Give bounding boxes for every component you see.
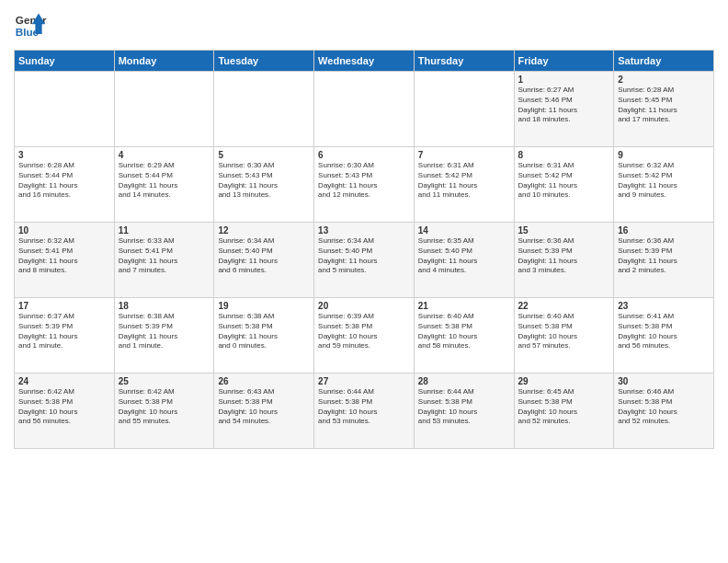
calendar-cell: 11Sunrise: 6:33 AM Sunset: 5:41 PM Dayli… — [114, 223, 214, 298]
logo-icon: General Blue — [14, 9, 47, 42]
calendar-cell: 29Sunrise: 6:45 AM Sunset: 5:38 PM Dayli… — [514, 373, 614, 449]
day-info: Sunrise: 6:31 AM Sunset: 5:42 PM Dayligh… — [518, 161, 610, 201]
calendar-cell: 30Sunrise: 6:46 AM Sunset: 5:38 PM Dayli… — [614, 373, 714, 449]
logo: General Blue — [14, 9, 47, 42]
col-friday: Friday — [514, 51, 614, 72]
day-number: 5 — [218, 150, 310, 160]
day-number: 1 — [518, 75, 610, 85]
calendar-cell: 4Sunrise: 6:29 AM Sunset: 5:44 PM Daylig… — [114, 147, 214, 223]
calendar-cell: 16Sunrise: 6:36 AM Sunset: 5:39 PM Dayli… — [614, 223, 714, 298]
day-info: Sunrise: 6:39 AM Sunset: 5:38 PM Dayligh… — [318, 312, 410, 351]
calendar-cell: 26Sunrise: 6:43 AM Sunset: 5:38 PM Dayli… — [214, 373, 314, 449]
day-number: 4 — [119, 150, 210, 160]
calendar-cell: 7Sunrise: 6:31 AM Sunset: 5:42 PM Daylig… — [414, 147, 514, 223]
day-info: Sunrise: 6:40 AM Sunset: 5:38 PM Dayligh… — [418, 312, 510, 351]
calendar-row: 10Sunrise: 6:32 AM Sunset: 5:41 PM Dayli… — [15, 223, 714, 298]
calendar-cell: 10Sunrise: 6:32 AM Sunset: 5:41 PM Dayli… — [15, 223, 115, 298]
day-info: Sunrise: 6:37 AM Sunset: 5:39 PM Dayligh… — [18, 312, 110, 351]
day-info: Sunrise: 6:27 AM Sunset: 5:46 PM Dayligh… — [518, 86, 610, 125]
header: General Blue — [14, 9, 714, 42]
day-number: 11 — [119, 225, 210, 236]
day-info: Sunrise: 6:29 AM Sunset: 5:44 PM Dayligh… — [119, 161, 210, 201]
day-info: Sunrise: 6:32 AM Sunset: 5:42 PM Dayligh… — [618, 161, 710, 201]
col-tuesday: Tuesday — [214, 51, 314, 72]
day-number: 28 — [418, 376, 510, 386]
day-info: Sunrise: 6:30 AM Sunset: 5:43 PM Dayligh… — [218, 161, 310, 201]
calendar-cell: 15Sunrise: 6:36 AM Sunset: 5:39 PM Dayli… — [514, 223, 614, 298]
calendar-cell — [114, 72, 214, 147]
day-info: Sunrise: 6:41 AM Sunset: 5:38 PM Dayligh… — [618, 312, 710, 351]
calendar-row: 3Sunrise: 6:28 AM Sunset: 5:44 PM Daylig… — [15, 147, 714, 223]
day-info: Sunrise: 6:31 AM Sunset: 5:42 PM Dayligh… — [418, 161, 510, 201]
day-number: 3 — [18, 150, 110, 160]
col-monday: Monday — [114, 51, 214, 72]
day-info: Sunrise: 6:38 AM Sunset: 5:38 PM Dayligh… — [218, 312, 310, 351]
calendar-cell — [314, 72, 415, 147]
calendar-cell: 6Sunrise: 6:30 AM Sunset: 5:43 PM Daylig… — [314, 147, 415, 223]
day-number: 27 — [318, 376, 410, 386]
day-number: 8 — [518, 150, 610, 160]
calendar-cell: 25Sunrise: 6:42 AM Sunset: 5:38 PM Dayli… — [114, 373, 214, 449]
calendar-body: 1Sunrise: 6:27 AM Sunset: 5:46 PM Daylig… — [15, 72, 714, 449]
day-number: 21 — [418, 301, 510, 311]
calendar-cell — [15, 72, 115, 147]
day-number: 16 — [618, 225, 710, 236]
day-info: Sunrise: 6:46 AM Sunset: 5:38 PM Dayligh… — [618, 387, 710, 427]
calendar-cell: 2Sunrise: 6:28 AM Sunset: 5:45 PM Daylig… — [614, 72, 714, 147]
calendar-cell: 9Sunrise: 6:32 AM Sunset: 5:42 PM Daylig… — [614, 147, 714, 223]
day-info: Sunrise: 6:36 AM Sunset: 5:39 PM Dayligh… — [618, 236, 710, 276]
calendar-cell: 23Sunrise: 6:41 AM Sunset: 5:38 PM Dayli… — [614, 298, 714, 373]
calendar-cell: 28Sunrise: 6:44 AM Sunset: 5:38 PM Dayli… — [414, 373, 514, 449]
calendar-cell: 5Sunrise: 6:30 AM Sunset: 5:43 PM Daylig… — [214, 147, 314, 223]
calendar-cell: 1Sunrise: 6:27 AM Sunset: 5:46 PM Daylig… — [514, 72, 614, 147]
calendar-cell: 3Sunrise: 6:28 AM Sunset: 5:44 PM Daylig… — [15, 147, 115, 223]
day-info: Sunrise: 6:34 AM Sunset: 5:40 PM Dayligh… — [318, 236, 410, 276]
calendar-cell: 27Sunrise: 6:44 AM Sunset: 5:38 PM Dayli… — [314, 373, 415, 449]
day-number: 17 — [18, 301, 110, 311]
day-info: Sunrise: 6:32 AM Sunset: 5:41 PM Dayligh… — [18, 236, 110, 276]
day-info: Sunrise: 6:34 AM Sunset: 5:40 PM Dayligh… — [218, 236, 310, 276]
day-info: Sunrise: 6:43 AM Sunset: 5:38 PM Dayligh… — [218, 387, 310, 427]
day-info: Sunrise: 6:45 AM Sunset: 5:38 PM Dayligh… — [518, 387, 610, 427]
col-thursday: Thursday — [414, 51, 514, 72]
day-info: Sunrise: 6:30 AM Sunset: 5:43 PM Dayligh… — [318, 161, 410, 201]
col-wednesday: Wednesday — [314, 51, 415, 72]
calendar-cell: 13Sunrise: 6:34 AM Sunset: 5:40 PM Dayli… — [314, 223, 415, 298]
day-number: 23 — [618, 301, 710, 311]
calendar-cell — [214, 72, 314, 147]
day-info: Sunrise: 6:40 AM Sunset: 5:38 PM Dayligh… — [518, 312, 610, 351]
day-number: 30 — [618, 376, 710, 386]
day-number: 13 — [318, 225, 410, 236]
day-number: 18 — [119, 301, 210, 311]
col-sunday: Sunday — [15, 51, 115, 72]
calendar-cell: 8Sunrise: 6:31 AM Sunset: 5:42 PM Daylig… — [514, 147, 614, 223]
calendar-cell: 12Sunrise: 6:34 AM Sunset: 5:40 PM Dayli… — [214, 223, 314, 298]
day-info: Sunrise: 6:42 AM Sunset: 5:38 PM Dayligh… — [18, 387, 110, 427]
calendar-row: 24Sunrise: 6:42 AM Sunset: 5:38 PM Dayli… — [15, 373, 714, 449]
day-info: Sunrise: 6:44 AM Sunset: 5:38 PM Dayligh… — [318, 387, 410, 427]
day-info: Sunrise: 6:44 AM Sunset: 5:38 PM Dayligh… — [418, 387, 510, 427]
day-info: Sunrise: 6:28 AM Sunset: 5:44 PM Dayligh… — [18, 161, 110, 201]
day-number: 2 — [618, 75, 710, 85]
day-info: Sunrise: 6:36 AM Sunset: 5:39 PM Dayligh… — [518, 236, 610, 276]
col-saturday: Saturday — [614, 51, 714, 72]
calendar-cell: 22Sunrise: 6:40 AM Sunset: 5:38 PM Dayli… — [514, 298, 614, 373]
day-number: 6 — [318, 150, 410, 160]
day-number: 25 — [119, 376, 210, 386]
day-number: 10 — [18, 225, 110, 236]
day-number: 7 — [418, 150, 510, 160]
calendar-row: 1Sunrise: 6:27 AM Sunset: 5:46 PM Daylig… — [15, 72, 714, 147]
day-number: 15 — [518, 225, 610, 236]
day-number: 22 — [518, 301, 610, 311]
calendar-cell: 19Sunrise: 6:38 AM Sunset: 5:38 PM Dayli… — [214, 298, 314, 373]
day-number: 20 — [318, 301, 410, 311]
day-number: 14 — [418, 225, 510, 236]
header-row: Sunday Monday Tuesday Wednesday Thursday… — [15, 51, 714, 72]
day-number: 12 — [218, 225, 310, 236]
calendar-cell: 24Sunrise: 6:42 AM Sunset: 5:38 PM Dayli… — [15, 373, 115, 449]
calendar-row: 17Sunrise: 6:37 AM Sunset: 5:39 PM Dayli… — [15, 298, 714, 373]
calendar-cell: 17Sunrise: 6:37 AM Sunset: 5:39 PM Dayli… — [15, 298, 115, 373]
day-info: Sunrise: 6:42 AM Sunset: 5:38 PM Dayligh… — [119, 387, 210, 427]
calendar-cell: 18Sunrise: 6:38 AM Sunset: 5:39 PM Dayli… — [114, 298, 214, 373]
day-number: 19 — [218, 301, 310, 311]
